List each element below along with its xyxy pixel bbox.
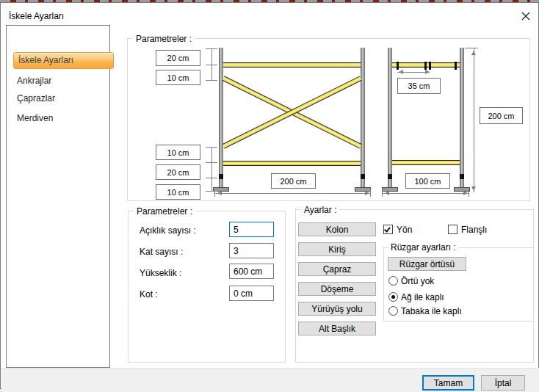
field-label-kot: Kot :: [140, 289, 158, 300]
top-rail-front: [392, 62, 460, 68]
yon-checkbox-label[interactable]: Yön: [397, 225, 412, 235]
dimension-tick: [206, 147, 217, 148]
dimension-tick: [206, 65, 217, 65]
dialog-title: İskele Ayarları: [9, 11, 64, 21]
dimension-arrow: [397, 70, 403, 74]
dimension-tick: [206, 80, 217, 81]
field-label-aciklik: Açıklık sayısı :: [140, 225, 196, 236]
kot-input[interactable]: [229, 286, 274, 301]
kolon-button[interactable]: Kolon: [298, 222, 376, 236]
settings-group-label: Ayarlar :: [301, 205, 339, 215]
coupler-mark: [397, 62, 399, 70]
scaffold-post: [361, 48, 365, 188]
post-joint-mark: [219, 174, 223, 179]
diagram-group-label: Parametreler :: [133, 34, 195, 44]
capraz-button[interactable]: Çapraz: [298, 262, 376, 276]
post-joint-mark: [361, 174, 365, 179]
scaffold-post: [388, 48, 392, 188]
dim-base-offset: 10 cm: [156, 184, 200, 200]
parameters-group-label: Parametreler :: [134, 206, 195, 217]
doseme-button[interactable]: Döşeme: [298, 282, 376, 296]
dim-top-offset: 20 cm: [156, 50, 200, 66]
bottom-rail-side: [223, 161, 361, 166]
dimension-tick: [206, 48, 217, 49]
coupler-mark: [424, 62, 427, 70]
check-icon: [384, 225, 391, 232]
dimension-arrow: [463, 191, 470, 195]
dimension-arrow: [471, 48, 476, 55]
category-list: İskele Ayarları Ankrajlar Çaprazlar Merd…: [6, 25, 110, 368]
alt-baslik-button[interactable]: Alt Başlık: [298, 322, 376, 335]
field-label-kat: Kat sayısı :: [140, 247, 183, 257]
screen: İskele Ayarları İskele Ayarları Ankrajla…: [0, 0, 539, 392]
sidebar-item-label: İskele Ayarları: [18, 55, 73, 65]
field-label-yukseklik: Yükseklik :: [140, 268, 181, 278]
post-joint-mark: [388, 174, 392, 179]
kat-sayisi-input[interactable]: [229, 243, 274, 258]
dim-frame-height: 200 cm: [480, 107, 523, 124]
ortu-yok-radio[interactable]: [388, 276, 398, 286]
flansli-checkbox-label[interactable]: Flanşlı: [461, 225, 487, 235]
wind-group-label: Rüzgar ayarları :: [388, 242, 459, 253]
dim-bottom-offset: 20 cm: [156, 164, 200, 180]
ag-ile-kapli-radio-label[interactable]: Ağ ile kaplı: [401, 292, 444, 302]
dimension-arrow: [365, 191, 372, 195]
dimension-line: [382, 193, 469, 194]
flansli-checkbox[interactable]: [448, 225, 457, 234]
sidebar-item-ankrajlar[interactable]: Ankrajlar: [17, 76, 51, 86]
yon-checkbox[interactable]: [383, 225, 393, 234]
sidebar-item-merdiven[interactable]: Merdiven: [17, 113, 53, 123]
dimension-tick: [206, 162, 217, 163]
sidebar-item-iskele-ayarlari[interactable]: İskele Ayarları: [13, 52, 114, 69]
dim-frame-width: 100 cm: [405, 173, 450, 189]
dim-bottom-gap: 10 cm: [156, 145, 200, 160]
dimension-line: [211, 147, 212, 192]
dim-coupler-spacing: 35 cm: [397, 78, 441, 94]
cancel-button[interactable]: İptal: [481, 375, 525, 391]
close-icon: [521, 12, 530, 21]
dim-top-gap: 10 cm: [156, 70, 200, 85]
dimension-line: [474, 48, 474, 192]
post-joint-mark: [460, 174, 464, 179]
tabaka-ile-kapli-radio-label[interactable]: Tabaka ile kaplı: [401, 306, 462, 316]
dimension-arrow: [471, 186, 476, 193]
yuruyus-yolu-button[interactable]: Yürüyüş yolu: [298, 302, 376, 316]
ortu-yok-radio-label[interactable]: Örtü yok: [401, 276, 434, 286]
ag-ile-kapli-radio[interactable]: [388, 292, 398, 302]
kiris-button[interactable]: Kiriş: [298, 242, 376, 256]
tabaka-ile-kapli-radio[interactable]: [388, 306, 398, 316]
coupler-mark: [455, 62, 457, 70]
ok-button[interactable]: Tamam: [422, 375, 474, 391]
scaffold-settings-dialog: İskele Ayarları İskele Ayarları Ankrajla…: [0, 2, 539, 389]
close-button[interactable]: [515, 7, 537, 25]
scaffold-post: [219, 48, 223, 188]
dimension-arrow: [425, 70, 432, 74]
sidebar-item-caprazlar[interactable]: Çaprazlar: [17, 93, 55, 104]
yukseklik-input[interactable]: [229, 264, 274, 279]
dimension-line: [214, 193, 370, 194]
dimension-arrow: [215, 191, 222, 195]
scaffold-post: [460, 48, 464, 188]
top-rail-side: [223, 62, 361, 68]
coupler-mark: [429, 62, 431, 70]
dimension-tick: [206, 178, 217, 178]
aciklik-sayisi-input[interactable]: [229, 222, 274, 237]
dimension-arrow: [383, 191, 389, 195]
ruzgar-ortusu-button[interactable]: Rüzgar örtüsü: [388, 257, 466, 271]
dim-bay-width: 200 cm: [271, 173, 316, 189]
bottom-rail-front: [392, 160, 460, 165]
